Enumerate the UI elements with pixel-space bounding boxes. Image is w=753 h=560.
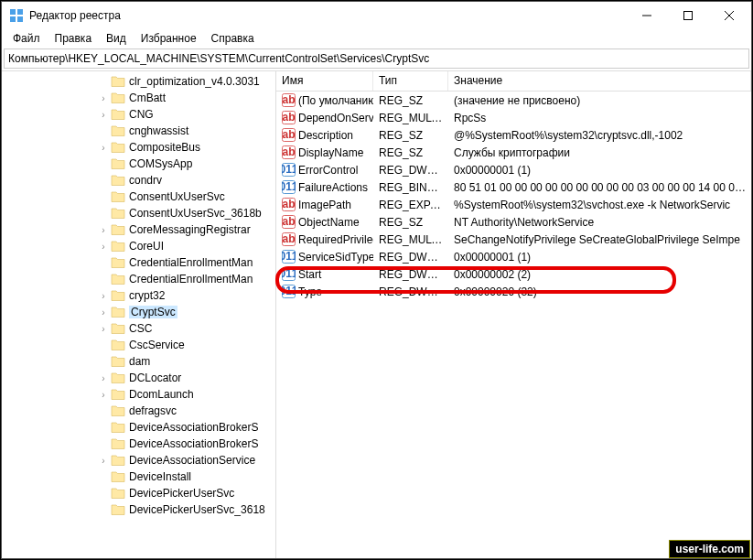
expander-icon[interactable]: › bbox=[98, 109, 109, 120]
menu-file[interactable]: Файл bbox=[5, 30, 48, 47]
expander-icon[interactable]: › bbox=[98, 389, 109, 400]
tree-item[interactable]: DeviceInstall bbox=[2, 468, 275, 485]
address-bar[interactable]: Компьютер\HKEY_LOCAL_MACHINE\SYSTEM\Curr… bbox=[4, 48, 749, 69]
list-row[interactable]: abRequiredPrivileg...REG_MULTI...SeChang… bbox=[276, 231, 751, 248]
tree-item[interactable]: ›DeviceAssociationService bbox=[2, 452, 275, 468]
expander-icon[interactable] bbox=[98, 405, 109, 416]
expander-icon[interactable] bbox=[98, 175, 109, 186]
expander-icon[interactable] bbox=[98, 339, 109, 350]
tree-item[interactable]: ›crypt32 bbox=[2, 287, 275, 304]
expander-icon[interactable]: › bbox=[98, 455, 109, 466]
expander-icon[interactable] bbox=[98, 158, 109, 169]
tree-item[interactable]: ›CoreUI bbox=[2, 238, 275, 254]
expander-icon[interactable] bbox=[98, 191, 109, 202]
tree-label: ConsentUxUserSvc bbox=[129, 190, 225, 203]
tree-item[interactable]: ›CNG bbox=[2, 106, 275, 123]
list-row[interactable]: abDependOnServiceREG_MULTI...RpcSs bbox=[276, 109, 751, 126]
list-row[interactable]: abDisplayNameREG_SZСлужбы криптографии bbox=[276, 144, 751, 161]
list-row[interactable]: 011TypeREG_DWORD0x00000020 (32) bbox=[276, 283, 751, 300]
value-data: 0x00000001 (1) bbox=[448, 164, 751, 177]
expander-icon[interactable] bbox=[98, 76, 109, 87]
tree-item[interactable]: DevicePickerUserSvc_3618 bbox=[2, 501, 275, 518]
value-type: REG_SZ bbox=[373, 129, 448, 142]
expander-icon[interactable]: › bbox=[98, 290, 109, 301]
tree-item[interactable]: CredentialEnrollmentMan bbox=[2, 271, 275, 287]
column-value[interactable]: Значение bbox=[448, 71, 751, 91]
value-name: DisplayName bbox=[298, 146, 363, 159]
svg-rect-1 bbox=[17, 9, 23, 15]
svg-text:ab: ab bbox=[282, 111, 295, 124]
expander-icon[interactable]: › bbox=[98, 372, 109, 383]
list-row[interactable]: abDescriptionREG_SZ@%SystemRoot%\system3… bbox=[276, 126, 751, 144]
menu-favorites[interactable]: Избранное bbox=[134, 30, 204, 47]
list-panel: Имя Тип Значение ab(По умолчанию)REG_SZ(… bbox=[276, 71, 751, 558]
tree-item[interactable]: ›DCLocator bbox=[2, 370, 275, 386]
tree-item[interactable]: defragsvc bbox=[2, 403, 275, 419]
tree-item[interactable]: dam bbox=[2, 353, 275, 370]
list-row[interactable]: abObjectNameREG_SZNT Authority\NetworkSe… bbox=[276, 213, 751, 231]
expander-icon[interactable]: › bbox=[98, 323, 109, 334]
folder-icon bbox=[111, 174, 125, 187]
tree-item[interactable]: ›CryptSvc bbox=[2, 304, 275, 320]
tree-item[interactable]: clr_optimization_v4.0.3031 bbox=[2, 73, 275, 90]
expander-icon[interactable]: › bbox=[98, 241, 109, 252]
list-row[interactable]: abImagePathREG_EXPA...%SystemRoot%\syste… bbox=[276, 196, 751, 213]
svg-rect-0 bbox=[10, 9, 16, 15]
tree-label: dam bbox=[129, 355, 150, 368]
app-icon bbox=[9, 8, 24, 23]
list-row[interactable]: 011ErrorControlREG_DWORD0x00000001 (1) bbox=[276, 161, 751, 178]
menu-view[interactable]: Вид bbox=[99, 30, 134, 47]
column-name[interactable]: Имя bbox=[276, 71, 373, 91]
tree-item[interactable]: DevicePickerUserSvc bbox=[2, 485, 275, 501]
tree-item[interactable]: ›DcomLaunch bbox=[2, 386, 275, 403]
value-type: REG_EXPA... bbox=[373, 199, 448, 211]
minimize-button[interactable] bbox=[626, 3, 667, 29]
list-row[interactable]: 011ServiceSidTypeREG_DWORD0x00000001 (1) bbox=[276, 248, 751, 265]
expander-icon[interactable] bbox=[98, 125, 109, 136]
tree-item[interactable]: COMSysApp bbox=[2, 156, 275, 172]
tree-item[interactable]: ConsentUxUserSvc_3618b bbox=[2, 205, 275, 221]
expander-icon[interactable]: › bbox=[98, 307, 109, 318]
menu-edit[interactable]: Правка bbox=[48, 30, 100, 47]
expander-icon[interactable] bbox=[98, 488, 109, 499]
tree-item[interactable]: CredentialEnrollmentMan bbox=[2, 254, 275, 271]
value-data: 0x00000001 (1) bbox=[448, 251, 751, 264]
tree-item[interactable]: condrv bbox=[2, 172, 275, 188]
value-data: (значение не присвоено) bbox=[448, 94, 751, 107]
tree-item[interactable]: ›CompositeBus bbox=[2, 139, 275, 156]
value-name: Start bbox=[298, 268, 321, 281]
expander-icon[interactable] bbox=[98, 422, 109, 433]
expander-icon[interactable] bbox=[98, 471, 109, 482]
expander-icon[interactable] bbox=[98, 208, 109, 219]
expander-icon[interactable] bbox=[98, 274, 109, 285]
tree-item[interactable]: ConsentUxUserSvc bbox=[2, 188, 275, 205]
folder-icon bbox=[111, 256, 125, 269]
value-icon: ab bbox=[282, 232, 296, 246]
expander-icon[interactable] bbox=[98, 257, 109, 268]
close-button[interactable] bbox=[708, 3, 749, 29]
expander-icon[interactable] bbox=[98, 438, 109, 449]
expander-icon[interactable]: › bbox=[98, 92, 109, 103]
tree-panel[interactable]: clr_optimization_v4.0.3031›CmBatt›CNGcng… bbox=[2, 71, 276, 558]
tree-item[interactable]: ›CmBatt bbox=[2, 90, 275, 106]
value-data: 80 51 01 00 00 00 00 00 00 00 00 00 03 0… bbox=[448, 181, 751, 194]
menu-help[interactable]: Справка bbox=[204, 30, 262, 47]
list-row[interactable]: ab(По умолчанию)REG_SZ(значение не присв… bbox=[276, 92, 751, 109]
tree-item[interactable]: cnghwassist bbox=[2, 123, 275, 139]
expander-icon[interactable] bbox=[98, 504, 109, 515]
expander-icon[interactable]: › bbox=[98, 224, 109, 235]
list-row[interactable]: 011StartREG_DWORD0x00000002 (2) bbox=[276, 265, 751, 283]
expander-icon[interactable]: › bbox=[98, 142, 109, 153]
tree-item[interactable]: ›CSC bbox=[2, 320, 275, 337]
folder-icon bbox=[111, 273, 125, 285]
value-name: ErrorControl bbox=[298, 164, 358, 177]
tree-item[interactable]: CscService bbox=[2, 337, 275, 353]
tree-item[interactable]: DeviceAssociationBrokerS bbox=[2, 436, 275, 452]
tree-item[interactable]: ›CoreMessagingRegistrar bbox=[2, 221, 275, 238]
list-row[interactable]: 011FailureActionsREG_BINARY80 51 01 00 0… bbox=[276, 178, 751, 196]
maximize-button[interactable] bbox=[667, 3, 708, 29]
tree-item[interactable]: DeviceAssociationBrokerS bbox=[2, 419, 275, 436]
expander-icon[interactable] bbox=[98, 356, 109, 367]
column-type[interactable]: Тип bbox=[373, 71, 448, 91]
folder-icon bbox=[111, 437, 125, 450]
